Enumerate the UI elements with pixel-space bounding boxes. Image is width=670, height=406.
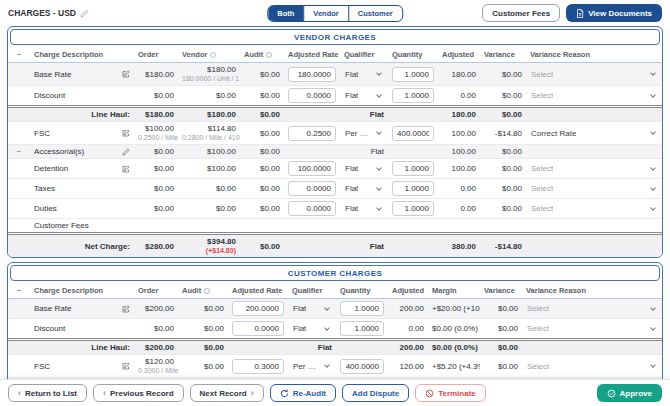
amount-text: $180.00	[182, 65, 236, 74]
variance-reason-select[interactable]: Select	[526, 361, 658, 372]
quantity-cell	[336, 355, 388, 378]
variance-reason-select[interactable]: Select	[530, 183, 658, 194]
toggle-vendor[interactable]: Vendor	[303, 6, 347, 21]
quantity-cell	[388, 107, 438, 122]
qualifier-select[interactable]: Flat	[344, 90, 384, 101]
variance-reason-select[interactable]: Select	[530, 90, 658, 101]
audit-amount-cell: $0.00	[178, 319, 228, 340]
selected-value: Flat	[345, 184, 358, 193]
adjusted-rate-input[interactable]	[288, 161, 336, 176]
qualifier-select[interactable]: Flat	[344, 183, 384, 194]
qualifier-select[interactable]: Flat	[344, 163, 384, 174]
qualifier-cell	[340, 219, 388, 234]
qualifier-select[interactable]: Flat	[344, 69, 384, 80]
previous-record-button[interactable]: ‹ Previous Record	[93, 384, 184, 402]
amount-text: $0.00	[484, 362, 518, 371]
charge-description: FSC	[34, 362, 50, 371]
adjusted-rate-input[interactable]	[232, 359, 284, 374]
quantity-input[interactable]	[340, 301, 384, 316]
qualifier-select[interactable]: Flat	[344, 203, 384, 214]
vendor-charges-title: VENDOR CHARGES	[10, 29, 660, 45]
variance-reason-select[interactable]: Select	[530, 163, 658, 174]
adjusted-rate-input[interactable]	[288, 88, 336, 103]
quantity-input[interactable]	[392, 67, 434, 82]
variance-reason-cell: Select	[522, 319, 662, 340]
adjusted-rate-input[interactable]	[288, 181, 336, 196]
add-dispute-button[interactable]: Add Dispute	[342, 384, 409, 402]
selected-value: Select	[531, 204, 553, 213]
chevron-down-icon	[376, 165, 382, 171]
amount-text: $100.00	[138, 124, 174, 133]
row-expander-cell	[8, 63, 30, 86]
vendor-charges-table: − Charge Description Order Vendor Audit …	[8, 47, 662, 257]
toggle-customer[interactable]: Customer	[348, 6, 402, 21]
col-adjusted: Adjusted	[388, 283, 428, 299]
edit-charge-icon[interactable]	[122, 129, 130, 137]
col-vendor: Vendor	[178, 47, 240, 63]
quantity-input[interactable]	[392, 201, 434, 216]
edit-title-pencil-icon[interactable]	[80, 9, 89, 18]
quantity-cell	[388, 234, 438, 258]
quantity-cell	[388, 122, 438, 145]
adjusted-rate-input[interactable]	[288, 201, 336, 216]
vendor-amount-cell: $0.00	[178, 179, 240, 199]
edit-charge-icon[interactable]	[122, 70, 130, 78]
col-adjusted-rate: Adjusted Rate	[228, 283, 288, 299]
order-amount-cell	[134, 219, 178, 234]
adjusted-amount-cell: 0.00	[438, 179, 480, 199]
adjusted-amount-cell: 100.00	[438, 159, 480, 179]
amount-text: $0.00	[182, 91, 236, 100]
qualifier-select[interactable]: Per Mile	[292, 361, 332, 372]
adjusted-rate-cell	[284, 159, 340, 179]
vendor-amount-cell	[178, 219, 240, 234]
quantity-input[interactable]	[340, 321, 384, 336]
collapse-row-icon[interactable]: −	[17, 147, 22, 156]
quantity-input[interactable]	[392, 181, 434, 196]
quantity-input[interactable]	[392, 88, 434, 103]
col-margin: Margin	[428, 283, 480, 299]
next-record-button[interactable]: Next Record ›	[190, 384, 264, 402]
audit-amount-cell: $0.00	[240, 63, 284, 86]
charge-description: Base Rate	[34, 304, 71, 313]
qualifier-select[interactable]: Flat	[292, 323, 332, 334]
charge-row: Base Rate$180.00$180.00180.0000 / Unit /…	[8, 63, 662, 86]
qualifier-select[interactable]: Per Mile	[344, 128, 384, 139]
pencil-edit-icon[interactable]	[122, 148, 130, 156]
amount-text: 0.00	[442, 91, 476, 100]
variance-reason-select[interactable]: Correct Rate	[530, 128, 658, 139]
customer-fees-button[interactable]: Customer Fees	[482, 4, 560, 22]
collapse-all-icon[interactable]: −	[8, 283, 30, 299]
qualifier-select[interactable]: Flat	[292, 303, 332, 314]
toggle-both[interactable]: Both	[268, 6, 303, 21]
adjusted-rate-input[interactable]	[232, 321, 284, 336]
variance-reason-select[interactable]: Select	[526, 323, 658, 334]
quantity-input[interactable]	[340, 359, 384, 374]
chevron-down-icon	[324, 325, 330, 331]
variance-cell	[480, 219, 526, 234]
charge-row: FSC$120.000.3000 / Mile / 400$0.00Per Mi…	[8, 355, 662, 378]
amount-text: $280.00	[138, 242, 174, 251]
charge-description-cell: Net Charge:	[30, 234, 134, 258]
amount-text: $0.00	[244, 204, 280, 213]
quantity-input[interactable]	[392, 161, 434, 176]
collapse-all-icon[interactable]: −	[8, 47, 30, 63]
terminate-button[interactable]: Terminate	[415, 384, 486, 402]
return-to-list-button[interactable]: ‹ Return to List	[8, 384, 87, 402]
variance-reason-select[interactable]: Select	[530, 69, 658, 80]
variance-cell: $0.00	[480, 63, 526, 86]
variance-reason-select[interactable]: Select	[526, 303, 658, 314]
edit-charge-icon[interactable]	[122, 165, 130, 173]
view-documents-button[interactable]: View Documents	[566, 4, 662, 22]
selected-value: Select	[531, 70, 553, 79]
adjusted-rate-input[interactable]	[288, 67, 336, 82]
adjusted-amount-cell: 120.00	[388, 355, 428, 378]
edit-charge-icon[interactable]	[122, 362, 130, 370]
edit-charge-icon[interactable]	[122, 305, 130, 313]
approve-button[interactable]: Approve	[597, 384, 662, 402]
col-quantity: Quantity	[336, 283, 388, 299]
adjusted-rate-input[interactable]	[232, 301, 284, 316]
adjusted-rate-input[interactable]	[288, 126, 336, 141]
variance-reason-select[interactable]: Select	[530, 203, 658, 214]
re-audit-button[interactable]: Re-Audit	[270, 384, 336, 402]
quantity-input[interactable]	[392, 126, 434, 141]
